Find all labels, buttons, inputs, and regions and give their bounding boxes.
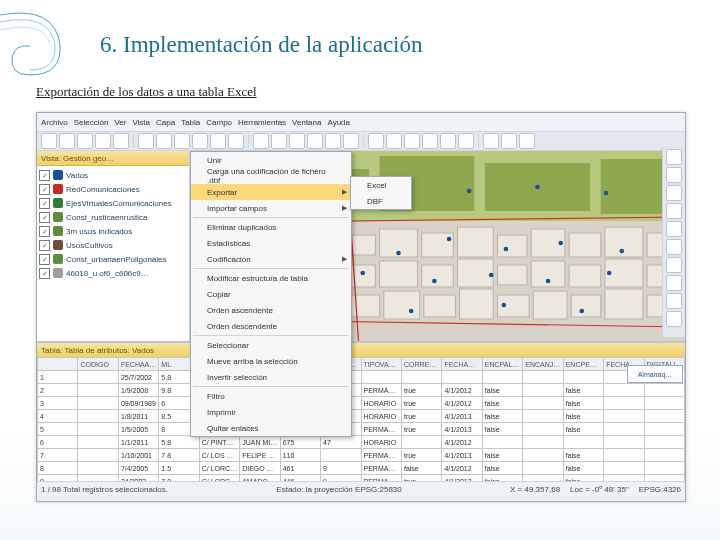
right-tool[interactable] (666, 185, 682, 201)
layer-row[interactable]: ✓3m usos indicados (39, 224, 187, 238)
toolbar-button[interactable] (210, 133, 226, 149)
toolbar-button[interactable] (289, 133, 305, 149)
ctx-eliminar-duplicados[interactable]: Eliminar duplicados (191, 219, 351, 235)
menu-ayuda[interactable]: Ayuda (327, 118, 350, 127)
layers-panel-tab[interactable]: Vista: Gestión geo… (37, 151, 189, 166)
toolbar-button[interactable] (501, 133, 517, 149)
attribute-table-tab[interactable]: Tabla: Tabla de atributos: Vados (37, 343, 685, 357)
toolbar-button[interactable] (174, 133, 190, 149)
toolbar-button[interactable] (422, 133, 438, 149)
menu-tabla[interactable]: Tabla (181, 118, 200, 127)
menu-vista[interactable]: Vista (132, 118, 150, 127)
toolbar-button[interactable] (343, 133, 359, 149)
toolbar-button[interactable] (156, 133, 172, 149)
toolbar-button[interactable] (458, 133, 474, 149)
right-tool[interactable] (666, 275, 682, 291)
toolbar-button[interactable] (386, 133, 402, 149)
right-tool[interactable] (666, 203, 682, 219)
col-header[interactable]: TIPOVADO (361, 358, 401, 371)
layer-row[interactable]: ✓RedComunicaciones (39, 182, 187, 196)
table-row[interactable]: 87/4/20051.5C/ LORCA 11DIEGO ANDRES4619P… (38, 462, 685, 475)
export-dbf[interactable]: DBF (351, 193, 411, 209)
right-tool[interactable] (666, 149, 682, 165)
layer-row[interactable]: ✓UsosCultivos (39, 238, 187, 252)
ctx-copiar[interactable]: Copiar (191, 286, 351, 302)
ctx-exportar[interactable]: Exportar▶ (191, 184, 351, 200)
attribute-table-scroll[interactable]: CODIGOFECHAALTAMLDIRECCIONPROPIETARINUMP… (37, 357, 685, 481)
layer-checkbox[interactable]: ✓ (39, 240, 50, 251)
col-header[interactable]: CODIGO (78, 358, 118, 371)
layer-row[interactable]: ✓Const_urbanaenPoligonales (39, 252, 187, 266)
toolbar-button[interactable] (325, 133, 341, 149)
toolbar-button[interactable] (271, 133, 287, 149)
toolbar-button[interactable] (113, 133, 129, 149)
toolbar-button[interactable] (192, 133, 208, 149)
ctx-imprimir[interactable]: Imprimir (191, 404, 351, 420)
col-header[interactable]: FECHAALTA (118, 358, 158, 371)
col-header[interactable]: ENCPENDRAMP (563, 358, 603, 371)
col-header[interactable]: FECHAREVIS (442, 358, 482, 371)
ctx-unir[interactable]: Unir (191, 152, 351, 168)
layer-row[interactable]: ✓EjesVirtualesComunicaciones (39, 196, 187, 210)
toolbar-button[interactable] (253, 133, 269, 149)
layer-checkbox[interactable]: ✓ (39, 170, 50, 181)
layer-checkbox[interactable]: ✓ (39, 212, 50, 223)
menu-capa[interactable]: Capa (156, 118, 175, 127)
col-header[interactable]: ENCPALPEA (482, 358, 522, 371)
layer-checkbox[interactable]: ✓ (39, 184, 50, 195)
layer-checkbox[interactable]: ✓ (39, 226, 50, 237)
col-header[interactable]: ENCANJPROJ (523, 358, 563, 371)
ctx-invertir-selecci-n[interactable]: Invertir selección (191, 369, 351, 385)
menu-ventana[interactable]: Ventana (292, 118, 321, 127)
toolbar-button[interactable] (95, 133, 111, 149)
table-row[interactable]: 71/10/20017.8C/ LOS ALFERECES 30FELIPE C… (38, 449, 685, 462)
toolbar-button[interactable] (440, 133, 456, 149)
toolbar-button[interactable] (368, 133, 384, 149)
right-tool[interactable] (666, 257, 682, 273)
toolbar-button[interactable] (307, 133, 323, 149)
menu-archivo[interactable]: Archivo (41, 118, 68, 127)
export-excel[interactable]: Excel (351, 177, 411, 193)
right-tool[interactable] (666, 311, 682, 327)
ctx-importar-campos[interactable]: Importar campos▶ (191, 200, 351, 216)
toolbar-button[interactable] (138, 133, 154, 149)
layer-row[interactable]: ✓Const_rusticaenrustica (39, 210, 187, 224)
right-tool[interactable] (666, 167, 682, 183)
menu-herramientas[interactable]: Herramientas (238, 118, 286, 127)
layer-checkbox[interactable]: ✓ (39, 254, 50, 265)
right-tool[interactable] (666, 293, 682, 309)
layer-checkbox[interactable]: ✓ (39, 268, 50, 279)
toolbar-button[interactable] (519, 133, 535, 149)
col-header[interactable]: CORRECTO (401, 358, 441, 371)
ctx-modificar-estructura-de-tabla[interactable]: Modificar estructura de tabla (191, 270, 351, 286)
table-row[interactable]: 41/8/20118.5C/ VIRGEN DEL CARMEN 8MARIA … (38, 410, 685, 423)
ctx-mueve-arriba-la-selecci-n[interactable]: Mueve arriba la selección (191, 353, 351, 369)
table-row[interactable]: 125/7/20025.8RAUL VILAPLANA (38, 371, 685, 384)
table-row[interactable]: 21/9/20089.8C/ RAIMBO 5JOSE LUIS PEREZ33… (38, 384, 685, 397)
ctx-carga-una-codificaci-n-de-fichero-dbf[interactable]: Carga una codificación de fichero .dbf (191, 168, 351, 184)
ctx-codificaci-n[interactable]: Codificación▶ (191, 251, 351, 267)
ctx-estad-sticas[interactable]: Estadísticas (191, 235, 351, 251)
table-row[interactable]: 61/1/20115.8C/ PINTOR 40JUAN MIR GASTIA6… (38, 436, 685, 449)
right-tool[interactable] (666, 239, 682, 255)
toolbar-button[interactable] (77, 133, 93, 149)
layer-checkbox[interactable]: ✓ (39, 198, 50, 209)
layer-row[interactable]: ✓Vados (39, 168, 187, 182)
right-tool[interactable] (666, 221, 682, 237)
layer-row[interactable]: ✓46018_u of6_c606c9… (39, 266, 187, 280)
ctx-filtro[interactable]: Filtro (191, 388, 351, 404)
table-row[interactable]: 309/09/19896C/ PERAYREC/ ALONSO TORRENTE… (38, 397, 685, 410)
ctx-quitar-enlaces[interactable]: Quitar enlaces (191, 420, 351, 436)
table-row[interactable]: 51/5/20058AV/ DE LAS DELICIAS 34PABLO LL… (38, 423, 685, 436)
map-viewport[interactable]: UnirCarga una codificación de fichero .d… (190, 151, 685, 341)
toolbar-button[interactable] (59, 133, 75, 149)
toolbar-button[interactable] (404, 133, 420, 149)
menu-ver[interactable]: Ver (114, 118, 126, 127)
ctx-seleccionar[interactable]: Seleccionar (191, 337, 351, 353)
menu-campo[interactable]: Campo (206, 118, 232, 127)
toolbar-button[interactable] (41, 133, 57, 149)
menu-selección[interactable]: Selección (74, 118, 109, 127)
toolbar-button[interactable] (228, 133, 244, 149)
almanac-button[interactable]: Almanaq… (627, 365, 683, 383)
ctx-orden-descendente[interactable]: Orden descendente (191, 318, 351, 334)
